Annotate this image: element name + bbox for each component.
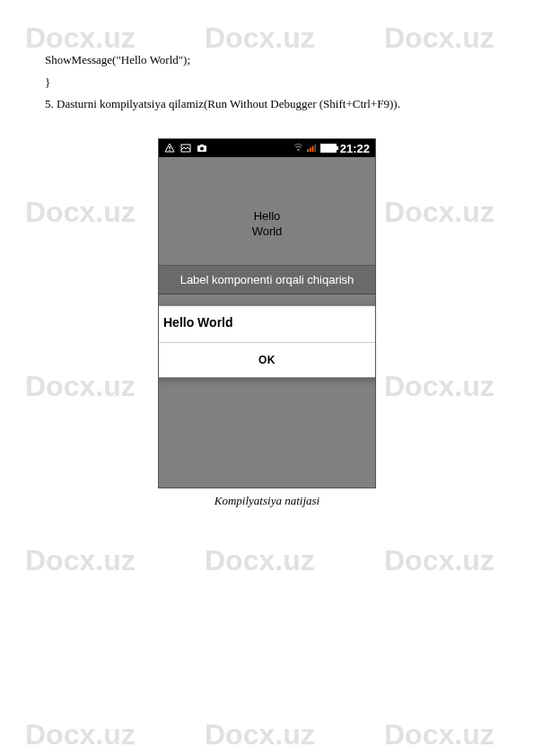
dialog-title: Hello World — [158, 306, 376, 342]
watermark: Docx.uz — [384, 718, 495, 752]
watermark: Docx.uz — [205, 718, 315, 752]
watermark: Docx.uz — [25, 718, 136, 752]
image-icon — [180, 143, 191, 154]
svg-rect-9 — [311, 145, 313, 151]
code-line-2: } — [45, 72, 489, 94]
battery-icon — [320, 144, 337, 153]
svg-rect-0 — [169, 146, 170, 149]
watermark: Docx.uz — [384, 544, 495, 577]
status-bar: 21:22 — [159, 139, 375, 157]
code-line-1: ShowMessage("Hello World"); — [45, 49, 489, 72]
svg-point-6 — [297, 148, 299, 150]
figure-caption: Kompilyatsiya natijasi — [158, 494, 376, 508]
phone-body: Hello World Label komponenti orqali chiq… — [159, 157, 375, 488]
svg-rect-7 — [307, 149, 309, 152]
label-component-button[interactable]: Label komponenti orqali chiqarish — [159, 265, 375, 294]
svg-rect-10 — [314, 144, 316, 151]
phone-frame: 21:22 Hello World Label komponenti orqal… — [158, 138, 376, 488]
svg-rect-8 — [310, 147, 311, 152]
hello-text-1: Hello — [159, 209, 375, 224]
status-right: 21:22 — [293, 142, 370, 155]
watermark: Docx.uz — [205, 544, 315, 577]
message-dialog: Hello World OK — [158, 305, 376, 378]
hello-label: Hello World — [159, 157, 375, 240]
hello-text-2: World — [159, 224, 375, 240]
status-left — [164, 143, 207, 154]
dialog-ok-button[interactable]: OK — [158, 343, 376, 377]
svg-rect-5 — [200, 145, 204, 146]
page-content: ShowMessage("Hello World"); } 5. Dasturn… — [0, 0, 534, 508]
wifi-icon — [293, 143, 303, 154]
code-line-3: 5. Dasturni kompilyatsiya qilamiz(Run Wi… — [45, 93, 489, 116]
svg-rect-1 — [169, 150, 170, 151]
status-time: 21:22 — [340, 142, 370, 155]
svg-point-4 — [200, 147, 204, 151]
signal-icon — [307, 143, 317, 154]
phone-screenshot: 21:22 Hello World Label komponenti orqal… — [158, 138, 376, 508]
watermark: Docx.uz — [25, 544, 136, 577]
warning-icon — [164, 143, 175, 154]
camera-icon — [197, 143, 207, 154]
